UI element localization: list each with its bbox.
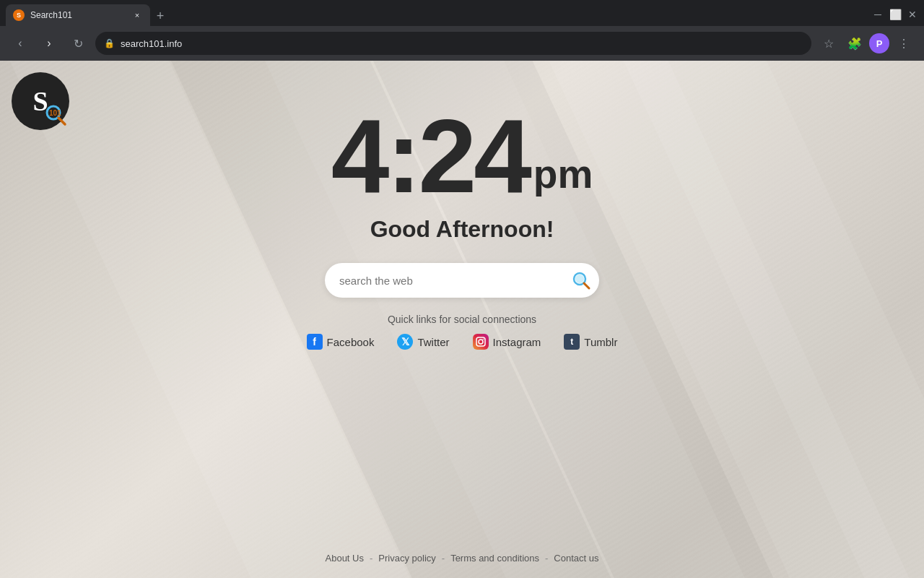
privacy-policy-link[interactable]: Privacy policy (378, 553, 435, 564)
address-bar[interactable]: 🔒 search101.info (95, 32, 811, 55)
clock-section: 4:24pm Good Afternoon! (331, 104, 593, 243)
toolbar-actions: ☆ 🧩 P ⋮ (817, 32, 915, 55)
tab-title: Search101 (30, 10, 72, 20)
page-content: S 101 4:24pm Good Afternoon! (0, 61, 924, 578)
footer-sep-1: - (370, 553, 372, 564)
security-lock-icon: 🔒 (104, 38, 115, 48)
logo-circle: S 101 (12, 72, 69, 130)
browser-tab[interactable]: S Search101 × (6, 4, 150, 26)
contact-link[interactable]: Contact us (554, 553, 598, 564)
instagram-link[interactable]: Instagram (473, 334, 541, 350)
site-logo[interactable]: S 101 (12, 72, 69, 130)
profile-button[interactable]: P (869, 33, 889, 53)
bookmark-button[interactable]: ☆ (817, 32, 840, 55)
twitter-icon: 𝕏 (397, 334, 413, 350)
search-input[interactable] (325, 263, 599, 298)
clock-time: 4:24 (331, 98, 529, 215)
social-links: f Facebook 𝕏 Twitter Instagr (307, 334, 618, 350)
footer-sep-3: - (545, 553, 548, 564)
svg-line-4 (584, 283, 589, 288)
minimize-button[interactable]: ─ (872, 9, 884, 20)
new-tab-button[interactable]: + (150, 6, 170, 26)
maximize-button[interactable]: ⬜ (889, 9, 901, 20)
logo-s-letter: S (32, 85, 48, 117)
tumblr-icon: t (564, 334, 580, 350)
svg-point-5 (575, 275, 584, 283)
instagram-label: Instagram (493, 336, 541, 348)
clock-display: 4:24pm (331, 104, 593, 209)
facebook-link[interactable]: f Facebook (307, 334, 375, 350)
browser-toolbar: ‹ › ↻ 🔒 search101.info ☆ 🧩 P ⋮ (0, 26, 924, 61)
instagram-icon (473, 334, 489, 350)
search-section (325, 263, 599, 298)
tab-favicon: S (13, 9, 25, 21)
close-window-button[interactable]: ✕ (907, 9, 918, 20)
terms-link[interactable]: Terms and conditions (450, 553, 539, 564)
page-inner: S 101 4:24pm Good Afternoon! (0, 61, 924, 578)
about-us-link[interactable]: About Us (326, 553, 364, 564)
menu-button[interactable]: ⋮ (892, 32, 915, 55)
tab-close-button[interactable]: × (131, 9, 143, 21)
tumblr-label: Tumblr (584, 336, 617, 348)
twitter-label: Twitter (417, 336, 449, 348)
tumblr-link[interactable]: t Tumblr (564, 334, 617, 350)
quick-links-label: Quick links for social connections (388, 314, 536, 325)
reload-button[interactable]: ↻ (66, 32, 90, 55)
clock-ampm: pm (533, 152, 593, 197)
forward-button[interactable]: › (38, 32, 61, 55)
svg-text:101: 101 (49, 109, 61, 117)
facebook-icon: f (307, 334, 323, 350)
svg-line-1 (58, 118, 65, 124)
search-icon (571, 270, 591, 290)
footer-sep-2: - (442, 553, 445, 564)
svg-point-8 (482, 339, 484, 340)
extensions-button[interactable]: 🧩 (843, 32, 866, 55)
footer-links: About Us - Privacy policy - Terms and co… (326, 553, 599, 564)
browser-frame: S Search101 × + ─ ⬜ ✕ ‹ › ↻ 🔒 search101.… (0, 0, 924, 578)
svg-rect-6 (476, 337, 485, 346)
search-button[interactable] (567, 267, 595, 294)
address-text: search101.info (121, 38, 182, 49)
twitter-link[interactable]: 𝕏 Twitter (397, 334, 449, 350)
greeting-text: Good Afternoon! (331, 216, 593, 243)
back-button[interactable]: ‹ (9, 32, 32, 55)
facebook-label: Facebook (327, 336, 375, 348)
browser-titlebar: S Search101 × + ─ ⬜ ✕ (0, 0, 924, 26)
svg-point-7 (479, 340, 483, 344)
